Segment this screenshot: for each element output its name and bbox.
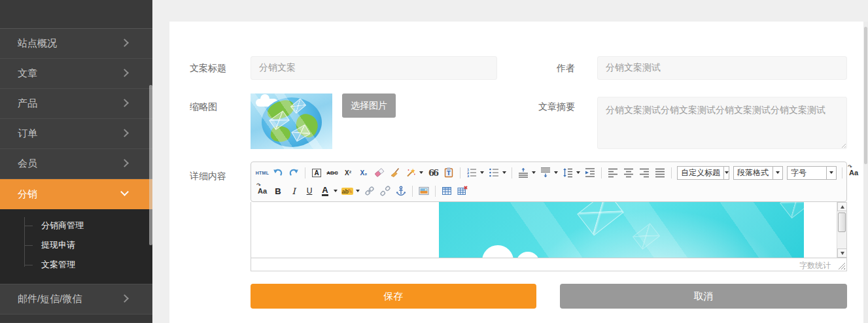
subscript-icon[interactable]: X₂ <box>356 165 371 180</box>
delete-table-icon[interactable] <box>455 183 470 199</box>
undo-icon[interactable] <box>271 165 285 180</box>
choose-image-button[interactable]: 选择图片 <box>342 94 396 118</box>
thumbnail-preview-image <box>251 94 332 149</box>
space-after-paragraph-icon[interactable] <box>538 165 553 180</box>
sidebar-item-label: 文章 <box>18 67 37 80</box>
chevron-right-icon <box>120 129 129 137</box>
align-center-icon[interactable] <box>621 165 636 180</box>
sidebar: 站点概况 文章 产品 订单 会员 分销 分销商管理 提现申请 文案管理 邮件/短… <box>0 0 152 323</box>
indent-icon[interactable] <box>583 165 597 180</box>
submenu-item-copywriting-management[interactable]: 文案管理 <box>0 255 152 275</box>
redo-icon[interactable] <box>286 165 301 180</box>
sidebar-item-members[interactable]: 会员 <box>0 149 152 179</box>
case-change-glyph: Aa <box>849 169 858 177</box>
sidebar-item-orders[interactable]: 订单 <box>0 119 152 149</box>
line-height-icon[interactable] <box>561 165 575 180</box>
author-input[interactable] <box>597 56 847 80</box>
summary-textarea[interactable]: 分销文案测试分销文案测试分销文案测试分销文案测试 <box>597 97 847 149</box>
sidebar-next-item-partial <box>0 314 152 322</box>
unordered-list-dropdown-arrow[interactable] <box>502 171 506 174</box>
ordered-list-icon[interactable]: 123 <box>464 165 479 180</box>
select-dropdown-arrow[interactable] <box>826 167 836 179</box>
paste-as-text-icon[interactable]: T <box>442 165 456 180</box>
anchor-icon[interactable] <box>394 183 408 199</box>
paragraph-format-select[interactable]: 段落格式 <box>733 166 783 180</box>
select-dropdown-arrow[interactable] <box>773 167 782 179</box>
eraser-icon[interactable] <box>372 165 387 180</box>
rich-text-editor: HTML A ABC X² X₂ 66 T 123 <box>251 162 847 271</box>
case-change-icon[interactable]: Aa <box>255 183 269 199</box>
blockquote-glyph: 66 <box>428 168 438 178</box>
autotypeset-icon[interactable] <box>404 165 418 180</box>
underline-icon[interactable]: U <box>302 183 317 199</box>
page-scrollbar-thumb[interactable] <box>864 27 867 164</box>
submenu-item-label: 提现申请 <box>41 239 75 251</box>
space-after-dropdown-arrow[interactable] <box>554 171 558 174</box>
editor-main: 字数统计 <box>251 202 847 271</box>
word-count-label: 字数统计 <box>799 260 831 271</box>
box-a-glyph: A <box>312 169 321 177</box>
format-a-icon[interactable]: A <box>309 165 324 180</box>
autotypeset-dropdown-arrow[interactable] <box>419 171 423 174</box>
save-button[interactable]: 保存 <box>251 284 536 309</box>
unordered-list-icon[interactable] <box>487 165 501 180</box>
scrollbar-thumb[interactable] <box>838 212 846 232</box>
submenu-item-withdrawal-requests[interactable]: 提现申请 <box>0 235 152 255</box>
scroll-down-button[interactable] <box>837 248 846 258</box>
highlight-dropdown-arrow[interactable] <box>356 190 360 192</box>
font-size-select[interactable]: 字号 <box>787 166 837 180</box>
select-dropdown-arrow[interactable] <box>723 167 729 179</box>
sidebar-scrollbar-thumb[interactable] <box>149 85 152 245</box>
toolbar-separator <box>671 167 672 178</box>
select-value: 字号 <box>788 167 826 178</box>
align-justify-icon[interactable] <box>653 165 667 180</box>
link-icon[interactable] <box>362 183 377 199</box>
space-before-dropdown-arrow[interactable] <box>532 171 536 174</box>
insert-image-icon[interactable] <box>417 183 431 199</box>
chevron-right-icon <box>120 39 129 47</box>
case-change-icon[interactable]: Aa <box>846 165 861 180</box>
superscript-glyph: X² <box>345 169 351 177</box>
bold-icon[interactable]: B <box>271 183 285 199</box>
svg-text:3: 3 <box>467 175 469 178</box>
summary-label: 文章摘要 <box>496 101 575 113</box>
custom-heading-select[interactable]: 自定义标题 <box>677 166 729 180</box>
font-color-dropdown-arrow[interactable] <box>334 190 338 192</box>
highlight-color-icon[interactable]: ab <box>340 183 355 199</box>
align-right-icon[interactable] <box>637 165 651 180</box>
toolbar-separator <box>435 186 436 197</box>
sidebar-item-articles[interactable]: 文章 <box>0 59 152 89</box>
sidebar-item-label: 产品 <box>18 97 37 110</box>
ordered-list-dropdown-arrow[interactable] <box>480 171 484 174</box>
chevron-right-icon <box>120 99 129 107</box>
html-source-icon[interactable]: HTML <box>255 165 269 180</box>
editor-scrollbar[interactable] <box>837 202 846 258</box>
cancel-button[interactable]: 取消 <box>560 284 847 309</box>
page-scrollbar[interactable] <box>863 22 868 323</box>
insert-table-icon[interactable] <box>440 183 454 199</box>
toolbar-row-1: HTML A ABC X² X₂ 66 T 123 <box>254 163 843 182</box>
font-color-icon[interactable]: A <box>318 183 332 199</box>
editor-resize-grip[interactable] <box>838 262 845 269</box>
format-brush-icon[interactable] <box>388 165 402 180</box>
toolbar-separator <box>601 167 602 178</box>
title-input[interactable] <box>251 56 497 80</box>
strikethrough-icon[interactable]: ABC <box>325 165 339 180</box>
space-before-paragraph-icon[interactable] <box>516 165 530 180</box>
title-label: 文案标题 <box>190 63 226 75</box>
submenu-item-distributor-management[interactable]: 分销商管理 <box>0 216 152 235</box>
sidebar-item-products[interactable]: 产品 <box>0 89 152 119</box>
sidebar-item-distribution[interactable]: 分销 <box>0 179 152 209</box>
toolbar-separator <box>512 167 512 178</box>
italic-icon[interactable]: I <box>286 183 301 199</box>
bold-glyph: B <box>275 186 281 196</box>
align-left-icon[interactable] <box>606 165 620 180</box>
unlink-icon[interactable] <box>378 183 392 199</box>
scroll-up-button[interactable] <box>837 202 846 211</box>
editor-content-area[interactable] <box>251 202 846 258</box>
sidebar-item-mail-sms-wechat[interactable]: 邮件/短信/微信 <box>0 284 152 314</box>
superscript-icon[interactable]: X² <box>341 165 355 180</box>
sidebar-item-site-overview[interactable]: 站点概况 <box>0 29 152 59</box>
line-height-dropdown-arrow[interactable] <box>576 171 580 174</box>
blockquote-icon[interactable]: 66 <box>426 165 440 180</box>
